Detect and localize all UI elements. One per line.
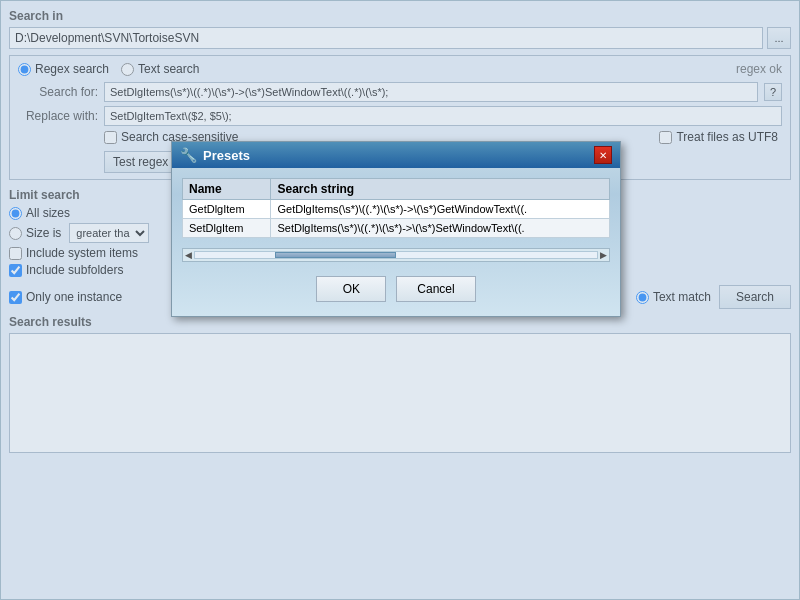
dialog-body: Name Search string GetDlgItem GetDlgItem…: [172, 168, 620, 316]
search-string-column-header: Search string: [271, 179, 610, 200]
preset-row-0[interactable]: GetDlgItem GetDlgItems(\s*)\((.*)\(\s*)-…: [183, 200, 610, 219]
presets-table: Name Search string GetDlgItem GetDlgItem…: [182, 178, 610, 238]
dialog-titlebar: 🔧 Presets ✕: [172, 142, 620, 168]
modal-overlay: 🔧 Presets ✕ Name Search string GetDlgI: [1, 1, 799, 599]
preset-search-0: GetDlgItems(\s*)\((.*)\(\s*)->\(\s*)GetW…: [271, 200, 610, 219]
scroll-thumb: [275, 252, 396, 258]
presets-dialog: 🔧 Presets ✕ Name Search string GetDlgI: [171, 141, 621, 317]
preset-name-0: GetDlgItem: [183, 200, 271, 219]
main-panel: Search in ... Regex search Text search r…: [0, 0, 800, 600]
dialog-close-button[interactable]: ✕: [594, 146, 612, 164]
presets-title-icon: 🔧: [180, 147, 197, 163]
name-column-header: Name: [183, 179, 271, 200]
preset-name-1: SetDlgItem: [183, 219, 271, 238]
scroll-right-arrow[interactable]: ▶: [600, 250, 607, 260]
preset-search-1: SetDlgItems(\s*)\((.*)\(\s*)->\(\s*)SetW…: [271, 219, 610, 238]
dialog-ok-button[interactable]: OK: [316, 276, 386, 302]
presets-dialog-title: Presets: [203, 148, 588, 163]
horizontal-scrollbar[interactable]: ◀ ▶: [182, 248, 610, 262]
dialog-buttons: OK Cancel: [182, 272, 610, 306]
dialog-cancel-button[interactable]: Cancel: [396, 276, 475, 302]
scroll-track[interactable]: [194, 251, 598, 259]
scroll-left-arrow[interactable]: ◀: [185, 250, 192, 260]
preset-row-1[interactable]: SetDlgItem SetDlgItems(\s*)\((.*)\(\s*)-…: [183, 219, 610, 238]
